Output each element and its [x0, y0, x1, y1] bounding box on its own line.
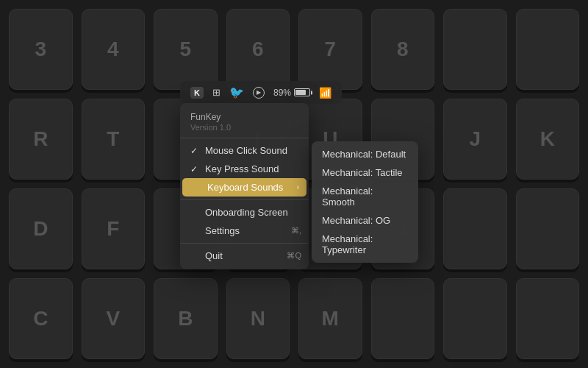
menu-item-keyboard-sounds[interactable]: Keyboard Sounds ›: [182, 178, 306, 197]
menu-label-mouse-click: Mouse Click Sound: [205, 145, 287, 156]
app-name: FunKey: [190, 112, 298, 122]
key-6: 6: [226, 9, 290, 90]
menu-label-key-press: Key Press Sound: [205, 163, 279, 174]
menu-bar: K ⊞ 🐦 ▶ 89% 📶: [180, 81, 342, 104]
menu-item-quit[interactable]: Quit ⌘Q: [180, 247, 309, 265]
k-icon: K: [190, 87, 204, 99]
key-k2: K: [516, 99, 580, 180]
key-blank12: [516, 278, 580, 359]
battery-display: 89%: [273, 88, 310, 98]
submenu-item-default[interactable]: Mechanical: Default: [312, 145, 418, 163]
key-4: 4: [82, 9, 146, 90]
menu-separator-2: [180, 243, 309, 244]
key-blank10: [371, 278, 435, 359]
key-j: J: [443, 99, 507, 180]
key-m: M: [298, 278, 362, 359]
check-icon: ✓: [190, 146, 201, 156]
check-icon-2: ✓: [190, 164, 201, 174]
submenu-item-typewriter[interactable]: Mechanical: Typewriter: [312, 230, 418, 259]
key-f: F: [82, 188, 146, 269]
key-r: R: [9, 99, 73, 180]
key-t: T: [82, 99, 146, 180]
key-blank2: [516, 9, 580, 90]
battery-pct: 89%: [273, 88, 291, 98]
menu-label-keyboard-sounds: Keyboard Sounds: [207, 182, 283, 193]
app-version: Version 1.0: [190, 123, 298, 132]
menu-item-settings[interactable]: Settings ⌘,: [180, 222, 309, 240]
key-c: C: [9, 278, 73, 359]
submenu-item-smooth[interactable]: Mechanical: Smooth: [312, 182, 418, 211]
key-7: 7: [298, 9, 362, 90]
key-d: D: [9, 188, 73, 269]
key-5: 5: [154, 9, 218, 90]
menu-item-key-press[interactable]: ✓ Key Press Sound: [180, 160, 309, 178]
submenu-item-og[interactable]: Mechanical: OG: [312, 211, 418, 230]
battery-icon: [294, 88, 310, 96]
key-3: 3: [9, 9, 73, 90]
dropdown-header: FunKey Version 1.0: [180, 107, 309, 138]
submenu-arrow-icon: ›: [297, 183, 299, 191]
grid-icon: ⊞: [212, 87, 220, 98]
key-b: B: [154, 278, 218, 359]
key-blank8: [443, 188, 507, 269]
menu-item-onboarding[interactable]: Onboarding Screen: [180, 203, 309, 222]
bird-icon: 🐦: [229, 85, 244, 99]
main-dropdown: FunKey Version 1.0 ✓ Mouse Click Sound ✓…: [180, 103, 309, 269]
menu-label-onboarding: Onboarding Screen: [205, 207, 288, 218]
key-n: N: [226, 278, 290, 359]
quit-shortcut: ⌘Q: [287, 251, 301, 261]
wifi-icon: 📶: [319, 87, 331, 99]
submenu-item-tactile[interactable]: Mechanical: Tactile: [312, 163, 418, 182]
key-blank11: [443, 278, 507, 359]
battery-fill: [295, 90, 306, 95]
play-icon: ▶: [253, 87, 265, 99]
menu-item-mouse-click[interactable]: ✓ Mouse Click Sound: [180, 141, 309, 160]
settings-shortcut: ⌘,: [291, 226, 301, 236]
key-blank9: [516, 188, 580, 269]
keyboard-sounds-submenu: Mechanical: Default Mechanical: Tactile …: [312, 141, 418, 263]
menu-separator-1: [180, 199, 309, 200]
key-v: V: [82, 278, 146, 359]
menu-label-settings: Settings: [205, 225, 240, 236]
key-blank1: [443, 9, 507, 90]
key-8: 8: [371, 9, 435, 90]
menu-label-quit: Quit: [205, 250, 223, 261]
